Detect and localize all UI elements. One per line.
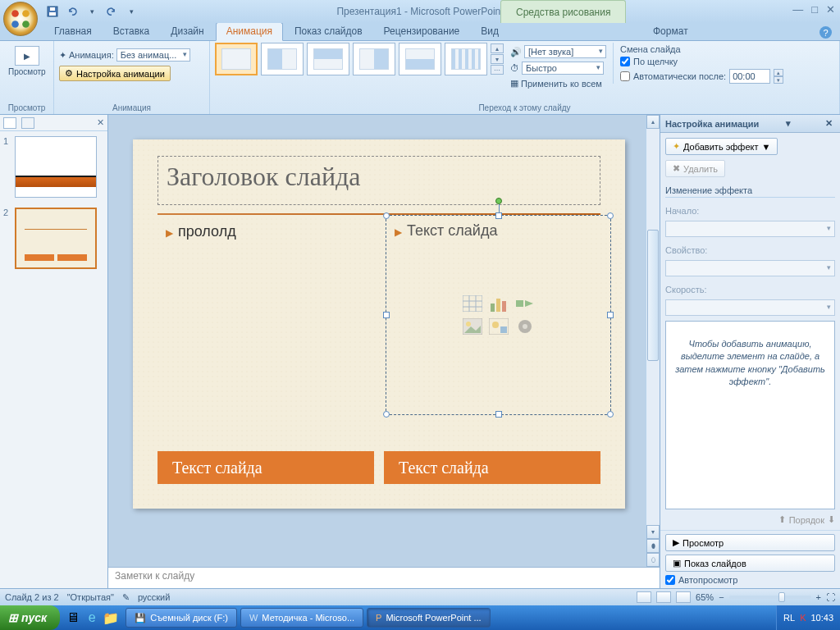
auto-after-checkbox[interactable]: Автоматически после: 00:00 ▴▾ (620, 69, 783, 84)
transition-item[interactable] (353, 43, 395, 75)
scroll-up-icon[interactable]: ▴ (646, 115, 660, 129)
slide-canvas[interactable]: Заголовок слайда ▶прололд ▶Текст сла (133, 139, 625, 509)
folder-icon[interactable]: 📁 (103, 609, 119, 626)
zoom-in-icon[interactable]: + (816, 592, 821, 602)
slideshow-view-button[interactable] (676, 591, 691, 603)
speed-dropdown[interactable]: Быстро (522, 62, 604, 75)
bottom-right-textbox[interactable]: Текст слайда (384, 451, 600, 484)
animation-dropdown[interactable]: Без анимац... (116, 48, 191, 62)
spin-up-icon[interactable]: ▴ (774, 69, 783, 76)
start-button[interactable]: ⊞пуск (0, 605, 60, 630)
taskbar-item[interactable]: WМетодичка - Microso... (240, 608, 363, 628)
slide-thumbnail-2[interactable] (15, 208, 97, 269)
reorder-up-icon[interactable]: ⬆ (778, 514, 786, 525)
scrollbar-thumb[interactable] (647, 230, 659, 361)
tab-slideshow[interactable]: Показ слайдов (285, 23, 372, 40)
resize-handle-se[interactable] (607, 411, 614, 418)
on-click-checkbox[interactable]: По щелчку (620, 57, 783, 66)
tray-shield-icon[interactable]: K (800, 613, 806, 623)
undo-icon[interactable] (64, 3, 80, 20)
normal-view-button[interactable] (637, 591, 651, 603)
transition-item[interactable] (261, 43, 304, 75)
picture-icon[interactable] (461, 317, 484, 336)
bottom-left-textbox[interactable]: Текст слайда (158, 451, 374, 484)
office-button[interactable] (3, 2, 38, 36)
show-desktop-icon[interactable]: 🖥 (65, 609, 81, 626)
next-slide-icon[interactable]: ⬯ (646, 553, 660, 567)
notes-pane[interactable]: Заметки к слайду (108, 567, 660, 588)
tab-review[interactable]: Рецензирование (374, 23, 470, 40)
resize-handle-e[interactable] (607, 312, 614, 318)
panel-close-icon[interactable]: ✕ (97, 117, 104, 128)
prev-slide-icon[interactable]: ⬮ (646, 539, 660, 553)
resize-handle-sw[interactable] (383, 411, 390, 418)
custom-animation-button[interactable]: ⚙Настройка анимации (59, 66, 171, 81)
taskbar-item-active[interactable]: PMicrosoft PowerPoint ... (367, 608, 491, 628)
title-placeholder[interactable]: Заголовок слайда (158, 156, 600, 205)
smartart-icon[interactable] (514, 294, 536, 313)
restore-button[interactable]: □ (811, 3, 818, 16)
resize-handle-s[interactable] (495, 411, 502, 418)
minimize-button[interactable]: — (792, 3, 803, 16)
sound-dropdown[interactable]: [Нет звука] (524, 45, 606, 58)
preview-button[interactable]: ▶Просмотр (5, 43, 49, 80)
reorder-down-icon[interactable]: ⬇ (828, 514, 835, 525)
chart-icon[interactable] (487, 294, 510, 313)
remove-effect-button[interactable]: ✖Удалить (665, 160, 725, 177)
scroll-down-icon[interactable]: ▾ (646, 525, 660, 539)
gallery-up-icon[interactable]: ▴ (491, 43, 504, 53)
language-indicator[interactable]: русский (138, 592, 170, 602)
play-preview-button[interactable]: ▶ Просмотр (665, 534, 835, 551)
transition-none[interactable] (215, 43, 258, 75)
taskpane-menu-icon[interactable]: ▾ (786, 118, 791, 129)
gallery-more-icon[interactable]: ⋯ (491, 65, 504, 75)
redo-icon[interactable] (103, 3, 120, 20)
help-icon[interactable]: ? (819, 26, 832, 39)
fit-window-icon[interactable]: ⛶ (826, 592, 835, 602)
tab-design[interactable]: Дизайн (161, 23, 213, 40)
qat-dropdown-icon[interactable]: ▾ (84, 3, 100, 20)
left-content-placeholder[interactable]: ▶прололд (166, 223, 379, 240)
save-icon[interactable] (44, 3, 61, 20)
qat-customize-icon[interactable]: ▾ (123, 3, 139, 20)
zoom-out-icon[interactable]: − (719, 592, 724, 602)
slide-thumbnail-1[interactable] (15, 136, 97, 198)
auto-after-time[interactable]: 00:00 (729, 69, 770, 84)
vertical-scrollbar[interactable]: ▴ ▾ ⬮⬯ (646, 115, 660, 567)
rotation-handle[interactable] (495, 198, 502, 204)
spin-down-icon[interactable]: ▾ (774, 76, 783, 84)
tray-clock[interactable]: 10:43 (810, 613, 833, 623)
gallery-down-icon[interactable]: ▾ (491, 54, 504, 64)
transition-item[interactable] (445, 43, 487, 75)
outline-tab[interactable] (21, 117, 34, 129)
autopreview-checkbox[interactable]: Автопросмотр (665, 575, 835, 585)
taskbar-item[interactable]: 💾Съемный диск (F:) (126, 608, 237, 628)
spellcheck-icon[interactable]: ✎ (122, 592, 130, 603)
tab-insert[interactable]: Вставка (103, 23, 160, 40)
tab-view[interactable]: Вид (471, 23, 509, 40)
start-dropdown[interactable] (665, 221, 835, 237)
zoom-knob[interactable] (778, 592, 785, 602)
slideshow-button[interactable]: ▣ Показ слайдов (665, 555, 835, 572)
close-button[interactable]: ✕ (826, 3, 835, 16)
tab-animation[interactable]: Анимация (216, 22, 283, 41)
zoom-slider[interactable] (729, 596, 811, 599)
transition-item[interactable] (399, 43, 441, 75)
right-content-placeholder[interactable]: ▶Текст слайда (386, 215, 611, 415)
resize-handle-w[interactable] (383, 312, 390, 318)
sorter-view-button[interactable] (656, 591, 671, 603)
apply-to-all-button[interactable]: ▦Применить ко всем (510, 77, 606, 89)
table-icon[interactable] (461, 294, 484, 313)
taskpane-close-icon[interactable]: ✕ (823, 118, 835, 129)
slides-tab[interactable] (3, 117, 16, 129)
tab-format[interactable]: Формат (643, 23, 698, 40)
media-icon[interactable] (514, 317, 536, 336)
ie-icon[interactable]: e (84, 609, 100, 626)
resize-handle-nw[interactable] (383, 212, 390, 219)
tab-home[interactable]: Главная (44, 23, 102, 40)
tray-lang[interactable]: RL (783, 613, 795, 623)
speed-dropdown[interactable] (665, 299, 835, 316)
resize-handle-n[interactable] (495, 212, 502, 219)
add-effect-button[interactable]: ✦Добавить эффект ▼ (665, 138, 778, 155)
resize-handle-ne[interactable] (607, 212, 614, 219)
